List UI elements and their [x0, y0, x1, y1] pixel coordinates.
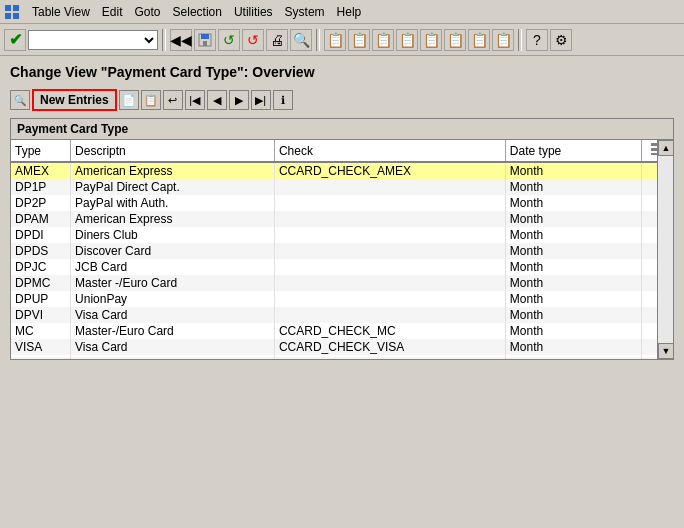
scroll-track: [658, 156, 673, 343]
toolbar-btn-6[interactable]: 📋: [348, 29, 370, 51]
cell-type: AMEX: [11, 162, 71, 179]
table-row[interactable]: DPDSDiscover CardMonth: [11, 243, 673, 259]
toolbar-btn-9[interactable]: 📋: [420, 29, 442, 51]
scroll-down-arrow[interactable]: ▼: [658, 343, 673, 359]
menu-system[interactable]: System: [279, 3, 331, 21]
find-button[interactable]: 🔍: [290, 29, 312, 51]
cell-type: DPUP: [11, 291, 71, 307]
table-row[interactable]: DPAMAmerican ExpressMonth: [11, 211, 673, 227]
confirm-button[interactable]: ✔: [4, 29, 26, 51]
move-prev-btn[interactable]: ◀: [207, 90, 227, 110]
menu-selection[interactable]: Selection: [167, 3, 228, 21]
cell-desc: American Express: [71, 211, 275, 227]
refresh-green[interactable]: ↺: [218, 29, 240, 51]
cell-type: DPVI: [11, 307, 71, 323]
cell-datetype: Month: [505, 307, 641, 323]
cell-datetype: Month: [505, 162, 641, 179]
command-field[interactable]: [28, 30, 158, 50]
separator-2: [316, 29, 320, 51]
menu-help[interactable]: Help: [331, 3, 368, 21]
table-row[interactable]: DPMCMaster -/Euro CardMonth: [11, 275, 673, 291]
svg-rect-2: [5, 13, 11, 19]
svg-rect-5: [201, 34, 209, 39]
save-button[interactable]: [194, 29, 216, 51]
cell-datetype: Month: [505, 275, 641, 291]
section-header: Payment Card Type: [11, 119, 673, 140]
cell-check: [274, 357, 505, 359]
svg-rect-1: [13, 5, 19, 11]
cell-datetype: Month: [505, 179, 641, 195]
table-row[interactable]: DP1PPayPal Direct Capt.Month: [11, 179, 673, 195]
svg-rect-0: [5, 5, 11, 11]
table-row[interactable]: VISAVisa CardCCARD_CHECK_VISAMonth: [11, 339, 673, 355]
move-first-btn[interactable]: |◀: [185, 90, 205, 110]
cell-datetype: [505, 357, 641, 359]
cell-type: DPJC: [11, 259, 71, 275]
help-button[interactable]: ?: [526, 29, 548, 51]
cell-type: DP2P: [11, 195, 71, 211]
table-row[interactable]: DPDIDiners ClubMonth: [11, 227, 673, 243]
cell-type: DPDI: [11, 227, 71, 243]
move-next-btn[interactable]: ▶: [229, 90, 249, 110]
new-entries-button[interactable]: New Entries: [32, 89, 117, 111]
cell-desc: Visa Card: [71, 307, 275, 323]
cell-datetype: Month: [505, 211, 641, 227]
cell-type: DPAM: [11, 211, 71, 227]
toolbar-btn-7[interactable]: 📋: [372, 29, 394, 51]
cell-desc: JCB Card: [71, 259, 275, 275]
cell-check: [274, 195, 505, 211]
table-row[interactable]: AMEXAmerican ExpressCCARD_CHECK_AMEXMont…: [11, 162, 673, 179]
toolbar-btn-10[interactable]: 📋: [444, 29, 466, 51]
print-button[interactable]: 🖨: [266, 29, 288, 51]
vertical-scrollbar[interactable]: ▲ ▼: [657, 140, 673, 359]
copy-row-btn[interactable]: 📄: [119, 90, 139, 110]
copy-btn[interactable]: 📋: [141, 90, 161, 110]
undo-btn[interactable]: ↩: [163, 90, 183, 110]
table-row[interactable]: MCMaster-/Euro CardCCARD_CHECK_MCMonth: [11, 323, 673, 339]
refresh-red[interactable]: ↺: [242, 29, 264, 51]
table-row[interactable]: DP2PPayPal with Auth.Month: [11, 195, 673, 211]
cell-check: [274, 291, 505, 307]
cell-check: [274, 259, 505, 275]
table-row[interactable]: DPJCJCB CardMonth: [11, 259, 673, 275]
menu-edit[interactable]: Edit: [96, 3, 129, 21]
cell-check: CCARD_CHECK_MC: [274, 323, 505, 339]
table-row[interactable]: DPUPUnionPayMonth: [11, 291, 673, 307]
toolbar-btn-8[interactable]: 📋: [396, 29, 418, 51]
menu-utilities[interactable]: Utilities: [228, 3, 279, 21]
cell-check: [274, 227, 505, 243]
cell-datetype: Month: [505, 323, 641, 339]
cell-datetype: Month: [505, 195, 641, 211]
table-row[interactable]: DPVIVisa CardMonth: [11, 307, 673, 323]
toolbar: ✔ ◀◀ ↺ ↺ 🖨 🔍 📋 📋 📋 📋 📋 📋 📋 📋 ? ⚙: [0, 24, 684, 56]
toolbar-btn-12[interactable]: 📋: [492, 29, 514, 51]
cell-desc: Visa Card: [71, 339, 275, 355]
cell-check: [274, 307, 505, 323]
cell-desc: Diners Club: [71, 227, 275, 243]
data-table: Type Descriptn Check Date type AMEXAmeri…: [11, 140, 673, 359]
cell-check: [274, 211, 505, 227]
table-row[interactable]: [11, 357, 673, 359]
cell-type: [11, 357, 71, 359]
svg-rect-3: [13, 13, 19, 19]
move-last-btn[interactable]: ▶|: [251, 90, 271, 110]
info-btn[interactable]: ℹ: [273, 90, 293, 110]
table-wrapper: Type Descriptn Check Date type AMEXAmeri…: [11, 140, 673, 359]
cell-desc: American Express: [71, 162, 275, 179]
scroll-up-arrow[interactable]: ▲: [658, 140, 673, 156]
cell-type: DPMC: [11, 275, 71, 291]
toolbar-btn-11[interactable]: 📋: [468, 29, 490, 51]
settings-button[interactable]: ⚙: [550, 29, 572, 51]
separator-3: [518, 29, 522, 51]
cell-desc: Discover Card: [71, 243, 275, 259]
cell-datetype: Month: [505, 339, 641, 355]
page-title: Change View "Payment Card Type": Overvie…: [0, 56, 684, 86]
menu-tableview[interactable]: Table View: [26, 3, 96, 21]
cell-check: [274, 179, 505, 195]
separator-1: [162, 29, 166, 51]
back-button[interactable]: ◀◀: [170, 29, 192, 51]
col-header-datetype: Date type: [505, 140, 641, 162]
details-btn[interactable]: 🔍: [10, 90, 30, 110]
toolbar-btn-5[interactable]: 📋: [324, 29, 346, 51]
menu-goto[interactable]: Goto: [129, 3, 167, 21]
